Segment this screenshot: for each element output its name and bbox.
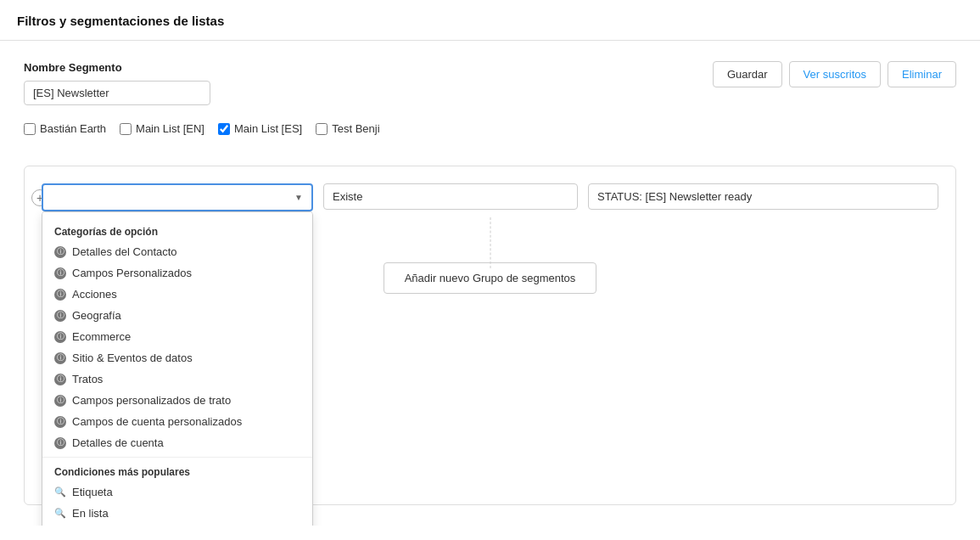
dropdown-trigger[interactable]: ▼ [42,183,313,211]
checkbox-item-0[interactable]: Bastián Earth [24,122,106,135]
category-item-label: Ecommerce [72,330,131,343]
popular-title: Condiciones más populares [42,461,312,481]
checkbox-label-3: Test Benji [332,122,379,135]
popular-item-2[interactable]: 🔍Actualmente en automatización [42,524,312,526]
popular-item-label: En lista [72,507,109,520]
category-item-label: Geografía [72,309,121,322]
category-item-2[interactable]: ⓘAcciones [42,284,312,305]
checkbox-1[interactable] [120,123,132,135]
category-item-1[interactable]: ⓘCampos Personalizados [42,262,312,284]
exists-input[interactable] [323,183,578,210]
checkbox-3[interactable] [316,123,328,135]
popular-item-label: Etiqueta [72,486,113,498]
category-item-8[interactable]: ⓘCampos de cuenta personalizados [42,411,312,432]
category-item-label: Acciones [72,288,117,301]
page-title: Filtros y segmentaciones de listas [17,14,224,28]
chevron-down-icon: ▼ [294,193,303,202]
checkbox-item-2[interactable]: Main List [ES] [218,122,302,135]
checkboxes-row: Bastián EarthMain List [EN]Main List [ES… [24,122,713,135]
action-buttons: Guardar Ver suscritos Eliminar [713,61,956,87]
checkbox-label-1: Main List [EN] [136,122,204,135]
category-item-7[interactable]: ⓘCampos personalizados de trato [42,390,312,411]
checkbox-item-1[interactable]: Main List [EN] [120,122,204,135]
dropdown-menu: Categorías de opción ⓘDetalles del Conta… [42,211,313,526]
checkbox-2[interactable] [218,123,230,135]
category-item-label: Detalles de cuenta [72,436,164,449]
category-item-label: Detalles del Contacto [72,245,177,258]
category-item-label: Campos de cuenta personalizados [72,415,242,428]
checkbox-label-0: Bastián Earth [40,122,106,135]
segment-name-label: Nombre Segmento [24,61,713,74]
status-input[interactable] [588,183,938,210]
category-icon: ⓘ [54,437,66,449]
popular-item-1[interactable]: 🔍En lista [42,503,312,524]
category-icon: ⓘ [54,416,66,428]
category-item-9[interactable]: ⓘDetalles de cuenta [42,432,312,453]
category-item-label: Tratos [72,373,103,385]
category-icon: ⓘ [54,395,66,407]
category-item-3[interactable]: ⓘGeografía [42,305,312,326]
category-item-6[interactable]: ⓘTratos [42,368,312,390]
category-icon: ⓘ [54,331,66,343]
dropdown-search-input[interactable] [52,191,291,204]
category-icon: ⓘ [54,246,66,258]
category-item-0[interactable]: ⓘDetalles del Contacto [42,241,312,262]
filter-container: + ▼ Categorías de opción ⓘDetalles del C… [24,166,956,505]
eliminar-button[interactable]: Eliminar [888,61,956,87]
category-icon: ⓘ [54,289,66,301]
popular-item-0[interactable]: 🔍Etiqueta [42,481,312,503]
category-item-4[interactable]: ⓘEcommerce [42,326,312,347]
category-item-label: Campos Personalizados [72,267,192,279]
search-icon: 🔍 [54,508,66,520]
search-icon: 🔍 [54,487,66,498]
checkbox-label-2: Main List [ES] [234,122,302,135]
checkbox-0[interactable] [24,123,36,135]
ver-suscritos-button[interactable]: Ver suscritos [789,61,881,87]
separator [42,457,312,458]
guardar-button[interactable]: Guardar [713,61,782,87]
checkbox-item-3[interactable]: Test Benji [316,122,379,135]
dashed-line [490,217,490,268]
segment-name-input[interactable] [24,81,210,105]
filter-row: + ▼ Categorías de opción ⓘDetalles del C… [42,183,938,211]
category-icon: ⓘ [54,352,66,364]
category-icon: ⓘ [54,374,66,385]
category-item-5[interactable]: ⓘSitio & Eventos de datos [42,347,312,368]
category-item-label: Campos personalizados de trato [72,394,231,407]
dropdown-container[interactable]: ▼ Categorías de opción ⓘDetalles del Con… [42,183,313,211]
categories-title: Categorías de opción [42,221,312,241]
category-item-label: Sitio & Eventos de datos [72,352,193,364]
category-icon: ⓘ [54,267,66,279]
category-icon: ⓘ [54,310,66,322]
